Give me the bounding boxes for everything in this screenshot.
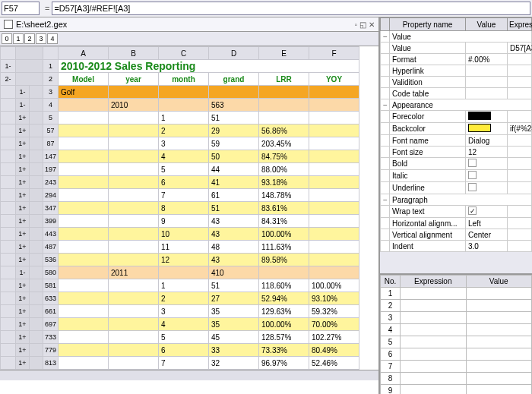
property-expr[interactable] <box>508 111 532 123</box>
grid-cell[interactable] <box>59 318 109 331</box>
grid-cell[interactable] <box>59 163 109 176</box>
outline-toggle[interactable]: 1+ <box>16 112 30 125</box>
outline-toggle[interactable]: 1+ <box>16 228 30 241</box>
column-header[interactable]: B <box>109 47 159 60</box>
row-number[interactable]: 4 <box>43 99 59 112</box>
grid-cell[interactable] <box>59 305 109 318</box>
grid-cell[interactable] <box>109 305 159 318</box>
outline-tab[interactable]: 2 <box>24 33 35 44</box>
grid-cell[interactable] <box>209 86 259 99</box>
grid-cell[interactable]: 2 <box>159 292 209 305</box>
grid-cell[interactable]: 2 <box>159 125 209 137</box>
grid-cell[interactable] <box>109 318 159 331</box>
row-number[interactable]: 294 <box>43 189 59 202</box>
grid-cell[interactable] <box>109 125 159 137</box>
grid-cell[interactable]: 59.32% <box>309 305 359 318</box>
grid-cell[interactable] <box>59 266 109 279</box>
outline-toggle[interactable]: 1+ <box>16 318 30 331</box>
row-number[interactable]: 633 <box>43 292 59 305</box>
outline-tab[interactable]: 1 <box>13 33 24 44</box>
tree-toggle[interactable]: − <box>381 194 390 206</box>
cell-reference-input[interactable] <box>2 2 40 15</box>
grid-cell[interactable]: 70.00% <box>309 318 359 331</box>
grid-cell[interactable] <box>59 112 109 125</box>
grid-cell[interactable]: 100.00% <box>259 228 309 241</box>
outline-tab[interactable]: 3 <box>36 33 46 44</box>
outline-toggle[interactable]: 1+ <box>16 125 30 137</box>
maximize-icon[interactable]: ◱ <box>359 20 366 29</box>
row-number[interactable]: 57 <box>43 125 59 137</box>
row-number[interactable]: 733 <box>43 331 59 344</box>
grid-cell[interactable] <box>259 112 309 125</box>
property-expr[interactable] <box>508 241 532 252</box>
property-expr[interactable]: D57[A3]/ <box>508 43 532 54</box>
outline-tab[interactable]: 0 <box>2 33 12 44</box>
grid-cell[interactable] <box>109 112 159 125</box>
grid-cell[interactable]: 35 <box>209 318 259 331</box>
grid-cell[interactable]: 3 <box>159 137 209 150</box>
grid-cell[interactable]: 43 <box>209 215 259 228</box>
row-number[interactable]: 661 <box>43 305 59 318</box>
grid-cell[interactable]: 6 <box>159 344 209 357</box>
grid-cell[interactable]: 83.61% <box>259 202 309 215</box>
outline-toggle[interactable]: 1+ <box>16 202 30 215</box>
grid-cell[interactable]: 56.86% <box>259 125 309 137</box>
color-swatch[interactable] <box>468 124 491 132</box>
grid-cell[interactable]: 84.31% <box>259 215 309 228</box>
row-number[interactable]: 243 <box>43 176 59 189</box>
outline-toggle[interactable]: 1+ <box>16 137 30 150</box>
grid-cell[interactable] <box>309 112 359 125</box>
expression-panel[interactable]: No.ExpressionValue123456789 <box>380 275 532 394</box>
grid-cell[interactable] <box>59 150 109 163</box>
grid-cell[interactable]: 44 <box>209 163 259 176</box>
property-expr[interactable] <box>508 182 532 194</box>
expr-value[interactable] <box>466 288 532 300</box>
grid-cell[interactable]: 84.75% <box>259 150 309 163</box>
property-expr[interactable]: if(#%2= <box>508 123 532 135</box>
property-expr[interactable] <box>508 77 532 88</box>
property-expr[interactable] <box>508 218 532 229</box>
grid-cell[interactable]: 51 <box>209 202 259 215</box>
grid-cell[interactable] <box>59 279 109 292</box>
row-number[interactable]: 2 <box>43 73 59 86</box>
grid-cell[interactable] <box>309 176 359 189</box>
grid-cell[interactable] <box>309 99 359 112</box>
grid-cell[interactable] <box>109 279 159 292</box>
grid-cell[interactable] <box>109 241 159 254</box>
grid-cell[interactable]: 563 <box>209 99 259 112</box>
property-expr[interactable] <box>508 158 532 170</box>
grid-cell[interactable] <box>309 150 359 163</box>
grid-cell[interactable] <box>109 189 159 202</box>
grid-cell[interactable]: 88.00% <box>259 163 309 176</box>
grid-cell[interactable] <box>59 99 109 112</box>
grid-cell[interactable] <box>159 86 209 99</box>
grid-cell[interactable] <box>309 228 359 241</box>
grid-cell[interactable]: 410 <box>209 266 259 279</box>
grid-cell[interactable]: 148.78% <box>259 189 309 202</box>
minimize-icon[interactable]: ▫ <box>354 20 357 29</box>
grid-cell[interactable] <box>309 254 359 266</box>
grid-cell[interactable]: 128.57% <box>259 331 309 344</box>
grid-cell[interactable] <box>59 202 109 215</box>
grid-cell[interactable] <box>59 331 109 344</box>
row-number[interactable]: 399 <box>43 215 59 228</box>
grid-cell[interactable]: 9 <box>159 215 209 228</box>
outline-toggle[interactable]: 1+ <box>16 292 30 305</box>
property-value[interactable]: Left <box>466 218 508 229</box>
grid-cell[interactable] <box>109 228 159 241</box>
row-number[interactable]: 347 <box>43 202 59 215</box>
checkbox[interactable] <box>468 171 477 179</box>
grid-cell[interactable] <box>59 344 109 357</box>
grid-cell[interactable]: 96.97% <box>259 357 309 370</box>
grid-cell[interactable]: 6 <box>159 176 209 189</box>
expr-value[interactable] <box>466 336 532 348</box>
grid-cell[interactable]: 3 <box>159 305 209 318</box>
grid-cell[interactable] <box>309 241 359 254</box>
property-value[interactable]: Center <box>466 229 508 241</box>
grid-cell[interactable]: Golf <box>59 86 109 99</box>
expr-cell[interactable] <box>401 288 467 300</box>
row-number[interactable]: 697 <box>43 318 59 331</box>
grid-cell[interactable]: 51 <box>209 112 259 125</box>
expr-cell[interactable] <box>401 373 467 385</box>
grid-cell[interactable]: 43 <box>209 228 259 241</box>
